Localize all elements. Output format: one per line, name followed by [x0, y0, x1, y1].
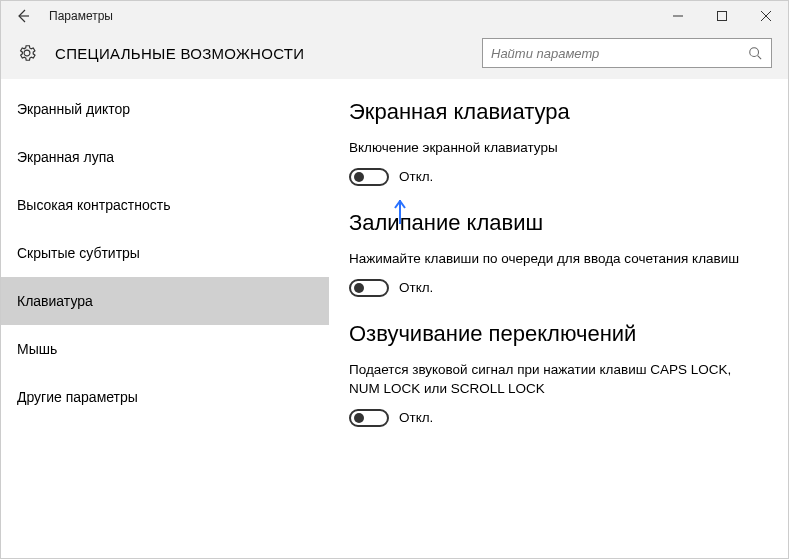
toggle-knob: [354, 283, 364, 293]
toggle-state-label: Откл.: [399, 410, 433, 425]
section-sticky-keys: Залипание клавиш Нажимайте клавиши по оч…: [349, 210, 762, 297]
section-heading: Озвучивание переключений: [349, 321, 762, 347]
sidebar-item-label: Скрытые субтитры: [17, 245, 140, 261]
sidebar-item-high-contrast[interactable]: Высокая контрастность: [1, 181, 329, 229]
header-bar: СПЕЦИАЛЬНЫЕ ВОЗМОЖНОСТИ: [1, 31, 788, 79]
annotation-arrow-icon: [393, 200, 407, 232]
toggle-on-screen-keyboard[interactable]: [349, 168, 389, 186]
section-description: Нажимайте клавиши по очереди для ввода с…: [349, 250, 762, 269]
minimize-button[interactable]: [656, 1, 700, 31]
sidebar-item-other[interactable]: Другие параметры: [1, 373, 329, 421]
toggle-row: Откл.: [349, 279, 762, 297]
sidebar-item-label: Мышь: [17, 341, 57, 357]
toggle-knob: [354, 172, 364, 182]
maximize-button[interactable]: [700, 1, 744, 31]
section-description: Подается звуковой сигнал при нажатии кла…: [349, 361, 762, 399]
window-title: Параметры: [49, 9, 113, 23]
close-icon: [761, 11, 771, 21]
maximize-icon: [717, 11, 727, 21]
toggle-knob: [354, 413, 364, 423]
settings-gear-icon: [13, 39, 41, 67]
toggle-toggle-keys[interactable]: [349, 409, 389, 427]
section-heading: Экранная клавиатура: [349, 99, 762, 125]
toggle-sticky-keys[interactable]: [349, 279, 389, 297]
toggle-state-label: Откл.: [399, 169, 433, 184]
main-panel: Экранная клавиатура Включение экранной к…: [329, 79, 788, 558]
minimize-icon: [673, 11, 683, 21]
sidebar-item-label: Клавиатура: [17, 293, 93, 309]
settings-window: Параметры СПЕЦИАЛЬНЫЕ ВОЗМОЖНОСТИ: [0, 0, 789, 559]
search-input[interactable]: [491, 46, 741, 61]
sidebar-item-mouse[interactable]: Мышь: [1, 325, 329, 373]
sidebar-item-narrator[interactable]: Экранный диктор: [1, 85, 329, 133]
content-body: Экранный диктор Экранная лупа Высокая ко…: [1, 79, 788, 558]
section-on-screen-keyboard: Экранная клавиатура Включение экранной к…: [349, 99, 762, 186]
gear-icon: [17, 43, 37, 63]
toggle-row: Откл.: [349, 409, 762, 427]
titlebar: Параметры: [1, 1, 788, 31]
svg-point-1: [750, 48, 759, 57]
sidebar-item-keyboard[interactable]: Клавиатура: [1, 277, 329, 325]
category-title: СПЕЦИАЛЬНЫЕ ВОЗМОЖНОСТИ: [55, 45, 304, 62]
arrow-left-icon: [15, 8, 31, 24]
toggle-row: Откл.: [349, 168, 762, 186]
sidebar-item-closed-captions[interactable]: Скрытые субтитры: [1, 229, 329, 277]
sidebar-item-label: Другие параметры: [17, 389, 138, 405]
sidebar-item-label: Экранная лупа: [17, 149, 114, 165]
search-box[interactable]: [482, 38, 772, 68]
section-heading: Залипание клавиш: [349, 210, 762, 236]
sidebar-item-label: Экранный диктор: [17, 101, 130, 117]
sidebar-item-label: Высокая контрастность: [17, 197, 170, 213]
back-button[interactable]: [1, 1, 45, 31]
sidebar: Экранный диктор Экранная лупа Высокая ко…: [1, 79, 329, 558]
section-description: Включение экранной клавиатуры: [349, 139, 762, 158]
close-button[interactable]: [744, 1, 788, 31]
section-toggle-keys: Озвучивание переключений Подается звуков…: [349, 321, 762, 427]
search-icon: [747, 45, 763, 61]
toggle-state-label: Откл.: [399, 280, 433, 295]
sidebar-item-magnifier[interactable]: Экранная лупа: [1, 133, 329, 181]
svg-rect-0: [718, 12, 727, 21]
